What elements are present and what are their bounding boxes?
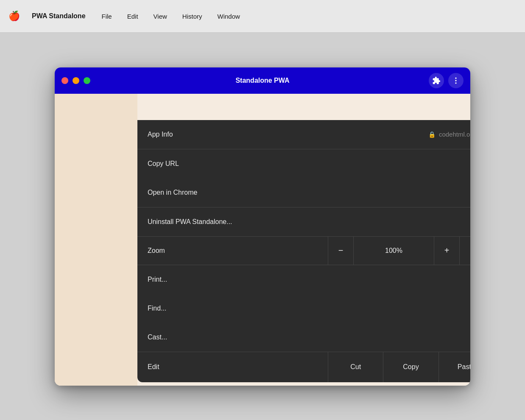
dots-icon <box>452 76 460 85</box>
maximize-button[interactable] <box>84 77 90 84</box>
cast-label: Cast... <box>148 333 167 341</box>
menu-uninstall[interactable]: Uninstall PWA Standalone... <box>137 207 470 236</box>
url-domain: codehtml.online <box>439 131 470 138</box>
dropdown-menu: App Info 🔒 codehtml.online Copy URL Open… <box>137 120 470 382</box>
pwa-window: Standalone PWA <box>55 67 470 386</box>
app-info-label: App Info <box>148 131 173 138</box>
find-label: Find... <box>148 305 166 312</box>
extensions-button[interactable] <box>429 73 444 88</box>
puzzle-icon <box>432 76 441 85</box>
zoom-in-button[interactable]: + <box>434 237 460 265</box>
content-area: Standalone PWA <box>0 33 525 420</box>
copy-button[interactable]: Copy <box>383 352 438 382</box>
zoom-controls: − 100% + <box>328 237 470 265</box>
zoom-row: Zoom − 100% + <box>137 236 470 265</box>
menu-cast[interactable]: Cast... <box>137 323 470 352</box>
copy-url-label: Copy URL <box>148 160 179 168</box>
edit-section-label: Edit <box>137 352 328 382</box>
zoom-label: Zoom <box>137 237 328 265</box>
apple-menu-icon[interactable]: 🍎 <box>8 11 20 22</box>
titlebar: Standalone PWA <box>55 67 470 94</box>
zoom-fullscreen-button[interactable] <box>460 237 470 265</box>
titlebar-actions <box>429 73 464 88</box>
app-content: App Info 🔒 codehtml.online Copy URL Open… <box>55 94 470 386</box>
menubar: 🍎 PWA Standalone File Edit View History … <box>0 0 525 33</box>
zoom-out-button[interactable]: − <box>328 237 354 265</box>
menu-copy-url[interactable]: Copy URL <box>137 149 470 178</box>
edit-actions: Cut Copy Paste <box>328 352 470 382</box>
window-title: Standalone PWA <box>235 77 289 84</box>
menu-file[interactable]: File <box>99 12 114 21</box>
svg-point-2 <box>455 82 456 84</box>
menu-print[interactable]: Print... ⌘P <box>137 265 470 294</box>
close-button[interactable] <box>61 77 68 84</box>
svg-point-0 <box>455 77 456 78</box>
app-name: PWA Standalone <box>32 12 86 20</box>
minimize-button[interactable] <box>73 77 79 84</box>
app-sidebar <box>55 94 137 386</box>
menu-edit[interactable]: Edit <box>125 12 141 21</box>
menu-open-chrome[interactable]: Open in Chrome <box>137 178 470 207</box>
lock-icon: 🔒 <box>428 131 436 138</box>
uninstall-label: Uninstall PWA Standalone... <box>148 218 232 226</box>
traffic-lights <box>61 77 90 84</box>
more-options-button[interactable] <box>448 73 464 88</box>
edit-row: Edit Cut Copy Paste <box>137 352 470 382</box>
print-label: Print... <box>148 276 167 283</box>
open-chrome-label: Open in Chrome <box>148 189 197 196</box>
menu-window[interactable]: Window <box>215 12 242 21</box>
cut-button[interactable]: Cut <box>328 352 383 382</box>
menu-history[interactable]: History <box>180 12 205 21</box>
menu-app-info[interactable]: App Info 🔒 codehtml.online <box>137 120 470 149</box>
menu-find[interactable]: Find... ⌘F <box>137 294 470 323</box>
paste-button[interactable]: Paste <box>439 352 470 382</box>
menu-view[interactable]: View <box>151 12 170 21</box>
svg-point-1 <box>455 80 456 81</box>
url-display: 🔒 codehtml.online <box>428 131 470 138</box>
zoom-value-display: 100% <box>354 237 434 265</box>
